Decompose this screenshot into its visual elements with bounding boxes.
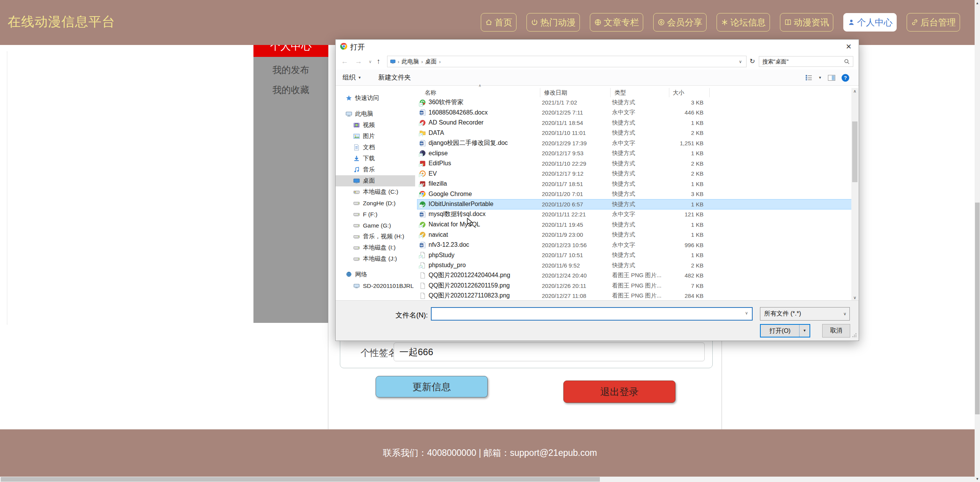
file-row[interactable]: IObitUninstallerPortable2020/11/20 6:57快… xyxy=(417,199,852,209)
logout-button[interactable]: 退出登录 xyxy=(563,381,675,403)
help-icon[interactable]: ? xyxy=(841,74,849,82)
file-row[interactable]: eclipse2020/12/17 9:53快捷方式1 KB xyxy=(417,148,852,159)
column-header-1[interactable]: 名称 xyxy=(417,88,540,97)
tree-item[interactable]: Game (G:) xyxy=(336,220,415,231)
nav-item-2[interactable]: 热门动漫 xyxy=(526,13,580,32)
file-row[interactable]: phpstudy_pro2020/11/6 9:52快捷方式2 KB xyxy=(417,260,852,271)
file-date: 2020/12/26 20:11 xyxy=(538,283,608,289)
forward-arrow-icon[interactable]: → xyxy=(355,57,362,66)
nav-item-8[interactable]: 后台管理 xyxy=(907,13,960,32)
back-arrow-icon[interactable]: ← xyxy=(341,57,348,66)
view-dropdown-icon[interactable]: ▼ xyxy=(818,76,822,80)
file-row[interactable]: 360软件管家2021/1/1 7:02快捷方式3 KB xyxy=(417,97,852,108)
search-input[interactable]: 搜索"桌面" xyxy=(759,56,853,67)
file-row[interactable]: W1608850842685.docx2020/12/25 7:11永中文字44… xyxy=(417,108,852,118)
update-info-button[interactable]: 更新信息 xyxy=(376,376,488,397)
file-row[interactable]: EV2020/12/17 9:12快捷方式2 KB xyxy=(417,169,852,179)
new-folder-button[interactable]: 新建文件夹 xyxy=(378,73,411,82)
nav-item-7[interactable]: 个人中心 xyxy=(843,13,897,32)
file-row[interactable]: navicat2020/11/9 23:00快捷方式1 KB xyxy=(417,230,852,240)
file-list-scrollbar[interactable]: ∧ ∨ xyxy=(851,88,858,301)
view-list-icon[interactable] xyxy=(805,75,812,81)
cancel-button[interactable]: 取消 xyxy=(822,324,850,337)
nav-item-1[interactable]: 首页 xyxy=(481,13,516,32)
tree-item[interactable]: 本地磁盘 (C:) xyxy=(336,186,415,198)
tree-item[interactable]: 桌面 xyxy=(336,175,415,186)
breadcrumb-item[interactable]: 此电脑 xyxy=(402,58,419,65)
personal-center-tab[interactable]: 个人中心 xyxy=(253,45,328,57)
file-row[interactable]: FZfilezilla2020/11/7 18:51快捷方式1 KB xyxy=(417,179,852,189)
resize-grip-icon[interactable] xyxy=(852,332,857,339)
tree-item[interactable]: 音乐，视频 (H:) xyxy=(336,231,415,242)
scrollbar-thumb[interactable] xyxy=(852,121,858,182)
file-row[interactable]: QQ图片20201226201159.png2020/12/26 20:11看图… xyxy=(417,281,852,291)
scroll-down-icon[interactable]: ▼ xyxy=(975,476,980,482)
file-type: 快捷方式 xyxy=(608,119,667,126)
tree-item[interactable]: 快速访问 xyxy=(336,93,415,104)
file-row[interactable]: QQ图片20201224204044.png2020/12/24 20:40看图… xyxy=(417,271,852,281)
nav-item-3[interactable]: 文章专栏 xyxy=(590,13,643,32)
file-row[interactable]: Wdjango校园二手修改回复.doc2020/12/29 17:39永中文字1… xyxy=(417,138,852,148)
tree-item[interactable]: SD-20201101BJRL xyxy=(336,280,415,291)
scrollbar-thumb[interactable] xyxy=(1,477,600,482)
tree-item[interactable]: 文档 xyxy=(336,142,415,153)
nav-item-6[interactable]: 动漫资讯 xyxy=(780,13,833,32)
file-type: 快捷方式 xyxy=(608,170,667,177)
open-dropdown-icon[interactable]: ▼ xyxy=(799,325,809,337)
close-icon[interactable]: × xyxy=(841,40,856,53)
tree-item[interactable]: 本地磁盘 (I:) xyxy=(336,242,415,253)
browser-vertical-scrollbar[interactable]: ▲ ▼ xyxy=(975,0,980,482)
signature-input[interactable] xyxy=(394,342,705,361)
tree-item[interactable]: 音乐 xyxy=(336,164,415,175)
scroll-up-icon[interactable]: ∧ xyxy=(851,89,858,94)
column-header-4[interactable]: 大小 xyxy=(669,88,710,97)
dialog-titlebar[interactable]: 打开 × xyxy=(336,40,859,53)
column-header-2[interactable]: 修改日期 xyxy=(540,88,611,97)
file-name-cell: Wmysql数据转sql.docx xyxy=(417,210,538,218)
svg-text:W: W xyxy=(420,111,423,115)
file-row[interactable]: AD Sound Recorder2020/11/1 18:54快捷方式1 KB xyxy=(417,118,852,128)
tree-item[interactable]: ZongHe (D:) xyxy=(336,198,415,209)
tree-item[interactable]: 本地磁盘 (J:) xyxy=(336,253,415,264)
tree-item-label: 视频 xyxy=(363,121,375,129)
file-date: 2020/11/11 22:21 xyxy=(538,211,608,218)
dialog-toolbar: 组织 ▼ 新建文件夹 ▼ ? xyxy=(336,70,859,86)
address-dropdown-icon[interactable]: ∨ xyxy=(737,59,743,64)
file-row[interactable]: DATA2020/11/10 11:01快捷方式2 KB xyxy=(417,128,852,138)
column-header-3[interactable]: 类型 xyxy=(611,88,669,97)
tree-item[interactable]: F (F:) xyxy=(336,209,415,220)
preview-pane-icon[interactable] xyxy=(828,75,835,81)
sidebar-item-2[interactable]: 我的收藏 xyxy=(253,80,328,100)
file-row[interactable]: Google Chrome2020/11/20 7:01快捷方式3 KB xyxy=(417,189,852,199)
filename-dropdown-icon[interactable]: ∨ xyxy=(745,311,748,316)
scroll-down-icon[interactable]: ∨ xyxy=(851,295,858,300)
file-row[interactable]: Wnfv3-12.23.doc2020/12/23 10:56永中文字996 K… xyxy=(417,240,852,250)
file-row[interactable]: phpStudy2020/11/7 10:51快捷方式1 KB xyxy=(417,250,852,261)
up-arrow-icon[interactable]: ↑ xyxy=(377,57,381,66)
tree-item[interactable]: 图片 xyxy=(336,131,415,142)
scroll-up-icon[interactable]: ▲ xyxy=(975,0,980,6)
tree-item[interactable]: 视频 xyxy=(336,120,415,131)
breadcrumb[interactable]: › 此电脑 › 桌面 › ∨ xyxy=(387,56,747,67)
nav-item-4[interactable]: 会员分享 xyxy=(653,13,707,32)
filename-input[interactable] xyxy=(431,307,753,321)
browser-horizontal-scrollbar[interactable] xyxy=(0,477,975,482)
refresh-icon[interactable]: ↻ xyxy=(747,56,758,67)
breadcrumb-item[interactable]: 桌面 xyxy=(425,58,437,65)
sidebar-item-1[interactable]: 我的发布 xyxy=(253,60,328,80)
organize-menu[interactable]: 组织 ▼ xyxy=(343,73,361,82)
file-name: phpStudy xyxy=(429,252,455,259)
tree-item[interactable]: 网络 xyxy=(336,269,415,280)
scrollbar-thumb[interactable] xyxy=(975,203,980,414)
nav-item-5[interactable]: 论坛信息 xyxy=(717,13,770,32)
file-row[interactable]: eEditPlus2020/11/10 22:29快捷方式2 KB xyxy=(417,158,852,169)
file-row[interactable]: QQ图片20201227110823.png2020/12/27 11:08看图… xyxy=(417,291,852,301)
file-type-select[interactable]: 所有文件 (*.*) ∨ xyxy=(760,307,850,321)
history-chevron-icon[interactable]: ∨ xyxy=(369,59,372,64)
open-button[interactable]: 打开(O) xyxy=(761,325,799,337)
tree-item-label: 桌面 xyxy=(363,177,375,185)
tree-item[interactable]: 下载 xyxy=(336,153,415,164)
file-row[interactable]: Navicat for MySQL2020/11/1 19:45快捷方式1 KB xyxy=(417,219,852,230)
file-row[interactable]: Wmysql数据转sql.docx2020/11/11 22:21永中文字121… xyxy=(417,209,852,220)
tree-item[interactable]: 此电脑 xyxy=(336,108,415,120)
